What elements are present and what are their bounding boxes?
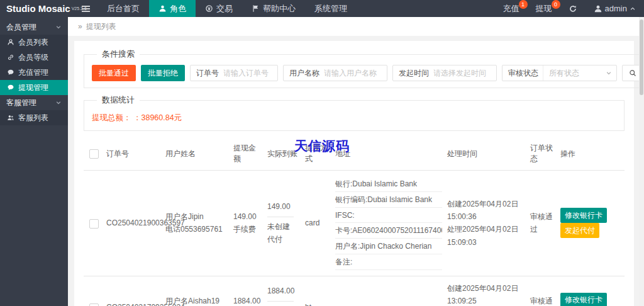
row-checkbox-cell (84, 276, 104, 306)
sidebar-item-member-list[interactable]: 会员列表 (0, 35, 68, 50)
modify-bank-card-button[interactable]: 修改银行卡 (560, 208, 607, 223)
withdrawal-table-body: CO2504021900363597用户名Jipin电话055369576114… (84, 171, 625, 306)
nav-label: 角色 (170, 3, 186, 14)
breadcrumb-arrow: » (78, 22, 82, 31)
username-label: admin (605, 4, 627, 13)
stats-fieldset: 数据统计 提现总额： ：38960.84元 (84, 94, 625, 131)
user-cell: 用户名Aishah19电话 (163, 276, 231, 306)
actions-cell: 修改银行卡发起代付 (558, 276, 625, 306)
hamburger-menu-icon[interactable] (74, 0, 97, 17)
sidebar-item-label: 提现管理 (18, 82, 48, 93)
amount-line: 1884.00 (233, 295, 262, 306)
nav-item-roles[interactable]: 角色 (149, 0, 196, 17)
person-icon (594, 4, 602, 13)
sidebar-item-label: 会员等级 (18, 52, 48, 63)
initiate-payout-button[interactable]: 发起代付 (560, 223, 599, 238)
scrollbar-thumb[interactable] (640, 20, 643, 95)
nav-label: 交易 (216, 3, 233, 14)
user-name-input[interactable] (324, 69, 387, 77)
table-row: CO2504021709255824用户名Aishah19电话1884.00手续… (84, 276, 625, 306)
amount-line: 149.00 (233, 210, 262, 223)
sidebar-item-service-list[interactable]: 客服列表 (0, 110, 68, 125)
row-checkbox[interactable] (89, 303, 99, 306)
column-header: 实际到账 (265, 137, 303, 171)
nav-label: 后台首页 (107, 3, 140, 14)
start-time-label: 发起时间 (393, 68, 433, 79)
user-name-group: 用户名称 (283, 65, 387, 81)
user-name-label: 用户名称 (284, 68, 324, 79)
search-icon (629, 69, 636, 77)
nav-label: 帮助中心 (263, 3, 296, 14)
recharge-label: 充值 (503, 3, 519, 14)
select-all-header-cell (84, 137, 104, 171)
recharge-badge: 1 (519, 0, 528, 9)
sidebar-item-label: 会员列表 (18, 37, 48, 48)
sidebar-item-member-level[interactable]: 会员等级 (0, 50, 68, 65)
withdraw-link[interactable]: 提现 0 (528, 0, 560, 17)
address-line: 备注: (335, 254, 442, 270)
address-cell: 银行:Dubai Islamic Bank银行编码:Dubai Islamic … (333, 171, 445, 276)
batch-reject-button[interactable]: 批量拒绝 (141, 65, 185, 81)
audit-status-label: 审核状态 (502, 68, 543, 79)
person-icon (158, 4, 167, 13)
users-icon (7, 114, 14, 122)
search-fieldset: 条件搜索 批量通过 批量拒绝 订单号 用户名称 发起时间 审核状态 所有状态 (84, 48, 644, 88)
payout-status: 未创建代付 (267, 301, 294, 306)
time-line: 处理2025年04月02日 15:09:03 (447, 223, 525, 249)
audit-status-select[interactable]: 所有状态 (543, 65, 616, 81)
order-no-cell: CO2504021900363597 (104, 171, 163, 276)
search-row: 批量通过 批量拒绝 订单号 用户名称 发起时间 审核状态 所有状态 (92, 65, 644, 81)
topbar: Studio Mosaic V25.3.6 后台首页 角色 交易 帮助中心 系统… (0, 0, 644, 17)
amount-line: 手续费 (233, 223, 262, 235)
payout-status: 未创建代付 (267, 217, 294, 246)
column-header: 用户姓名 (163, 137, 231, 171)
chevron-up-icon (630, 6, 636, 12)
brand-name: Studio Mosaic (6, 3, 70, 14)
sidebar-item-withdraw-management[interactable]: 提现管理 (0, 80, 68, 95)
recharge-link[interactable]: 充值 1 (495, 0, 528, 17)
sidebar-group-member-management[interactable]: 会员管理 (0, 20, 68, 35)
main-card: 条件搜索 批量通过 批量拒绝 订单号 用户名称 发起时间 审核状态 所有状态 (74, 41, 634, 306)
withdraw-badge: 0 (552, 0, 560, 9)
user-line: 电话0553695761 (165, 223, 228, 235)
nav-item-system[interactable]: 系统管理 (305, 0, 357, 17)
app-logo[interactable]: Studio Mosaic V25.3.6 (0, 0, 74, 17)
nav-item-transactions[interactable]: 交易 (196, 0, 242, 17)
chevron-down-icon (55, 99, 62, 106)
actions-cell: 修改银行卡发起代付 (558, 171, 625, 276)
start-time-input[interactable] (433, 69, 496, 77)
vertical-scrollbar[interactable] (639, 17, 644, 306)
order-no-label: 订单号 (191, 68, 223, 79)
time-line: 创建2025年04月02日 13:09:25 (447, 282, 525, 306)
start-time-group: 发起时间 (392, 65, 497, 81)
sidebar-group-service-management[interactable]: 客服管理 (0, 95, 68, 110)
modify-bank-card-button[interactable]: 修改银行卡 (560, 293, 607, 306)
time-cell: 创建2025年04月02日 15:00:36处理2025年04月02日 15:0… (445, 171, 528, 276)
sidebar-item-recharge-management[interactable]: 充值管理 (0, 65, 68, 80)
address-line: 银行编码:Dubai Islamic Bank (335, 192, 442, 208)
status-cell: 审核通过 (528, 276, 558, 306)
sidebar-item-label: 充值管理 (18, 67, 48, 78)
caret-down-icon (606, 70, 612, 76)
nav-item-dashboard[interactable]: 后台首页 (97, 0, 149, 17)
row-checkbox[interactable] (89, 219, 99, 229)
withdraw-total: 提现总额： ：38960.84元 (92, 113, 616, 123)
address-line: 银行:Dubai Islamic Bank (335, 176, 442, 192)
breadcrumb: » 提现列表 (68, 17, 644, 36)
order-no-input[interactable] (223, 69, 277, 77)
nav-item-help-center[interactable]: 帮助中心 (242, 0, 305, 17)
batch-approve-button[interactable]: 批量通过 (92, 65, 136, 81)
row-checkbox-cell (84, 171, 104, 276)
select-all-checkbox[interactable] (89, 149, 99, 159)
person-icon (7, 38, 14, 46)
column-header: 提现方式 (303, 137, 333, 171)
order-no-group: 订单号 (190, 65, 278, 81)
column-header: 订单号 (104, 137, 163, 171)
column-header: 处理时间 (445, 137, 528, 171)
audit-status-value: 所有状态 (549, 68, 579, 79)
user-line: 用户名Aishah19 (165, 295, 228, 306)
actual-amount: 1884.00 (267, 285, 300, 300)
link-icon (7, 54, 14, 61)
refresh-button[interactable] (560, 0, 586, 17)
user-menu[interactable]: admin (586, 0, 644, 17)
